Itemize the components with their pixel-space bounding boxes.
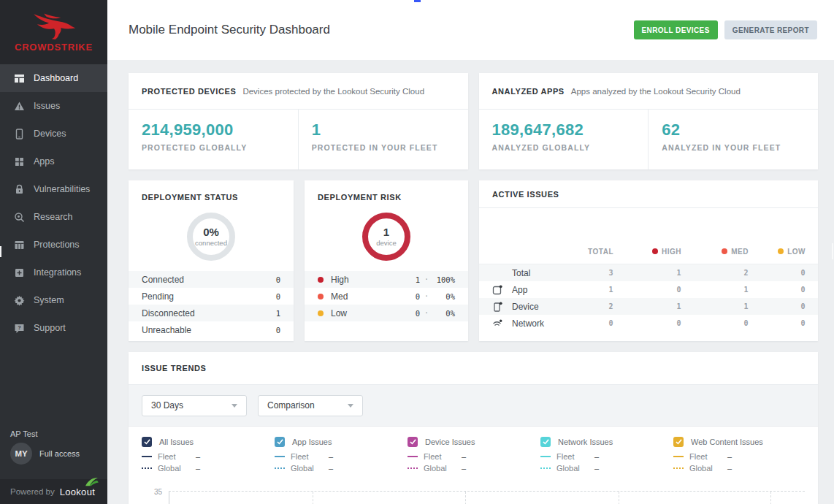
sidebar-item-protections[interactable]: Protections bbox=[0, 231, 107, 259]
web-content-issues-checkbox[interactable] bbox=[673, 437, 684, 447]
legend-label: All Issues bbox=[159, 438, 194, 446]
device-issues-checkbox[interactable] bbox=[408, 437, 418, 447]
sidebar-item-vulnerabilities[interactable]: Vulnerabilities bbox=[0, 175, 107, 203]
scrollbar-artifact bbox=[832, 243, 833, 259]
sidebar-item-apps[interactable]: Apps bbox=[0, 148, 107, 175]
tenant-name: AP Test bbox=[10, 429, 38, 438]
fleet-value: – bbox=[196, 452, 200, 461]
sidebar-item-label: Devices bbox=[34, 129, 66, 139]
sidebar-item-system[interactable]: System bbox=[0, 286, 107, 314]
card-subtitle: Apps analyzed by the Lookout Security Cl… bbox=[571, 87, 741, 96]
crowdstrike-logo[interactable]: CROWDSTRIKE bbox=[0, 0, 107, 64]
cell: 0 bbox=[749, 302, 806, 310]
table-row-empty bbox=[305, 321, 468, 338]
issue-trends-card: ISSUE TRENDS 30 Days Comparison All Issu… bbox=[129, 352, 818, 504]
global-line-swatch bbox=[275, 467, 285, 469]
app-issues-checkbox[interactable] bbox=[275, 437, 285, 447]
fleet-line-swatch bbox=[540, 456, 551, 457]
plot-area bbox=[169, 491, 805, 504]
row-label: Device bbox=[512, 302, 539, 312]
sidebar-item-support[interactable]: ? Support bbox=[0, 314, 107, 342]
selected-value: 30 Days bbox=[151, 400, 183, 411]
app-root: CROWDSTRIKE Dashboard Issues Devices App… bbox=[0, 0, 834, 504]
active-issues-card: ACTIVE ISSUES TOTAL HIGH MED LOW Total 3 bbox=[479, 180, 818, 341]
crowdstrike-falcon-icon bbox=[26, 12, 82, 42]
gridline bbox=[619, 492, 619, 504]
table-row: App 1 0 1 0 bbox=[479, 281, 818, 298]
sidebar-item-research[interactable]: Research bbox=[0, 203, 107, 231]
user-access-label: Full access bbox=[39, 449, 80, 458]
donut-label: connected bbox=[195, 239, 227, 247]
table-icon bbox=[14, 240, 25, 251]
user-menu[interactable]: MY Full access bbox=[10, 443, 80, 465]
row-label: Low bbox=[331, 308, 347, 318]
analyzed-apps-card: ANALYZED APPS Apps analyzed by the Looko… bbox=[479, 73, 819, 169]
row-label: Disconnected bbox=[142, 308, 276, 318]
legend-label: Device Issues bbox=[425, 438, 475, 446]
table-row: Disconnected1 bbox=[129, 305, 294, 321]
protected-globally-stat: 214,959,000 PROTECTED GLOBALLY bbox=[129, 110, 298, 169]
table-row: Low 0·0% bbox=[305, 305, 468, 321]
fleet-value: – bbox=[727, 452, 732, 461]
low-dot bbox=[778, 248, 784, 254]
deployment-status-donut: 0% connected bbox=[129, 202, 294, 271]
legend-label: App Issues bbox=[292, 438, 332, 446]
global-value: – bbox=[594, 464, 599, 473]
global-label: Global bbox=[556, 464, 594, 473]
low-dot bbox=[318, 310, 324, 316]
deployment-risk-donut: 1 device bbox=[305, 202, 468, 271]
table-row: Device 2 1 1 0 bbox=[479, 298, 818, 315]
avatar[interactable]: MY bbox=[10, 443, 32, 465]
sidebar-item-integrations[interactable]: Integrations bbox=[0, 259, 107, 286]
cell: 0 bbox=[749, 269, 806, 277]
gridline bbox=[465, 492, 466, 504]
cell: 2 bbox=[681, 269, 749, 277]
network-issues-checkbox[interactable] bbox=[540, 437, 551, 447]
cell: 0 bbox=[681, 319, 749, 327]
lock-icon bbox=[14, 184, 25, 195]
brand-name: CROWDSTRIKE bbox=[15, 42, 93, 53]
svg-text:?: ? bbox=[18, 324, 21, 331]
row-label: High bbox=[331, 275, 349, 285]
enroll-devices-button[interactable]: ENROLL DEVICES bbox=[634, 20, 718, 39]
all-issues-checkbox[interactable] bbox=[142, 437, 152, 447]
global-value: – bbox=[727, 464, 732, 473]
sidebar-item-issues[interactable]: Issues bbox=[0, 92, 107, 120]
separator: · bbox=[424, 292, 429, 300]
sidebar-item-dashboard[interactable]: Dashboard bbox=[0, 64, 107, 92]
gridline bbox=[770, 492, 771, 504]
cell: 0 bbox=[749, 286, 806, 294]
fleet-label: Fleet bbox=[158, 452, 196, 461]
sidebar-item-label: Vulnerabilities bbox=[34, 184, 90, 194]
fleet-value: – bbox=[594, 452, 599, 461]
sidebar-item-devices[interactable]: Devices bbox=[0, 120, 107, 148]
main-area: Mobile Endpoint Security Dashboard ENROL… bbox=[107, 0, 834, 504]
cell: 0 bbox=[613, 286, 681, 294]
date-range-select[interactable]: 30 Days bbox=[142, 395, 247, 416]
sidebar-item-label: Protections bbox=[34, 240, 80, 250]
row-percent: 100% bbox=[433, 275, 455, 284]
generate-report-button[interactable]: GENERATE REPORT bbox=[724, 20, 817, 39]
fleet-line-swatch bbox=[142, 456, 152, 457]
fleet-line-swatch bbox=[275, 456, 285, 457]
fleet-label: Fleet bbox=[424, 452, 462, 461]
row-percent: 0% bbox=[433, 292, 455, 301]
global-line-swatch bbox=[540, 467, 551, 469]
row-count: 1 bbox=[413, 275, 420, 284]
warning-icon bbox=[14, 101, 25, 112]
table-header: TOTAL HIGH MED LOW bbox=[479, 239, 818, 264]
separator: · bbox=[424, 309, 429, 317]
card-title: PROTECTED DEVICES bbox=[142, 87, 236, 96]
deployment-status-card: DEPLOYMENT STATUS 0% connected Connected… bbox=[129, 180, 294, 341]
y-axis-tick: 35 bbox=[129, 488, 169, 504]
phone-icon bbox=[14, 129, 25, 140]
card-title: ACTIVE ISSUES bbox=[492, 190, 559, 199]
stat-value: 62 bbox=[662, 121, 805, 140]
row-percent: 0% bbox=[433, 309, 455, 318]
sidebar: CROWDSTRIKE Dashboard Issues Devices App… bbox=[0, 0, 107, 504]
mid-row: DEPLOYMENT STATUS 0% connected Connected… bbox=[129, 180, 818, 341]
comparison-select[interactable]: Comparison bbox=[258, 395, 363, 416]
col-total: TOTAL bbox=[549, 248, 613, 256]
fleet-label: Fleet bbox=[291, 452, 329, 461]
legend-device-issues: Device Issues Fleet– Global– bbox=[408, 437, 540, 473]
